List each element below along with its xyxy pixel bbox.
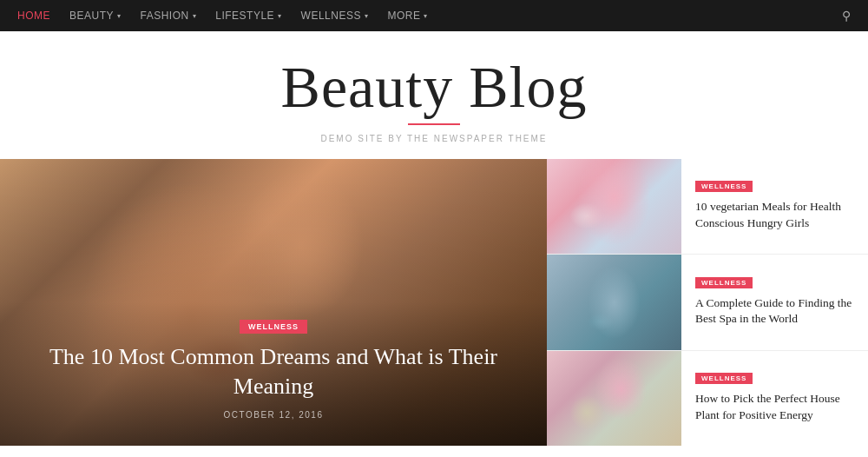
nav-item-wellness[interactable]: WELLNESS ▾ bbox=[301, 10, 369, 22]
sidebar-article-2-title: A Complete Guide to Finding the Best Spa… bbox=[695, 295, 854, 328]
sidebar-article-1-text: WELLNESS 10 vegetarian Meals for Health … bbox=[681, 159, 868, 254]
sidebar-article-1-title: 10 vegetarian Meals for Health Conscious… bbox=[695, 199, 854, 232]
featured-content: WELLNESS The 10 Most Common Dreams and W… bbox=[0, 317, 547, 420]
chevron-down-icon: ▾ bbox=[424, 12, 428, 20]
site-header: Beauty Blog DEMO SITE BY THE NEWSPAPER T… bbox=[0, 31, 868, 159]
featured-title: The 10 Most Common Dreams and What is Th… bbox=[35, 342, 512, 401]
sidebar-article-2-text: WELLNESS A Complete Guide to Finding the… bbox=[681, 255, 868, 349]
sidebar-article-1[interactable]: WELLNESS 10 vegetarian Meals for Health … bbox=[547, 159, 868, 255]
sidebar-article-3-title: How to Pick the Perfect House Plant for … bbox=[695, 391, 854, 424]
sidebar-article-2-image bbox=[547, 255, 681, 349]
nav-links: HOME BEAUTY ▾ FASHION ▾ LIFESTYLE ▾ WELL… bbox=[17, 10, 428, 22]
sidebar-article-1-badge: WELLNESS bbox=[695, 181, 753, 192]
main-grid: WELLNESS The 10 Most Common Dreams and W… bbox=[0, 159, 868, 446]
site-title: Beauty Blog bbox=[17, 57, 851, 116]
nav-item-home[interactable]: HOME bbox=[17, 10, 50, 22]
nav-item-lifestyle[interactable]: LIFESTYLE ▾ bbox=[215, 10, 281, 22]
navbar: HOME BEAUTY ▾ FASHION ▾ LIFESTYLE ▾ WELL… bbox=[0, 0, 868, 31]
featured-category-badge: WELLNESS bbox=[240, 320, 307, 334]
nav-item-more[interactable]: MORE ▾ bbox=[387, 10, 428, 22]
sidebar-article-3-badge: WELLNESS bbox=[695, 373, 753, 384]
sidebar-article-2[interactable]: WELLNESS A Complete Guide to Finding the… bbox=[547, 255, 868, 350]
sidebar-article-2-badge: WELLNESS bbox=[695, 277, 753, 288]
sidebar-article-3-text: WELLNESS How to Pick the Perfect House P… bbox=[681, 351, 868, 446]
sidebar-articles: WELLNESS 10 vegetarian Meals for Health … bbox=[547, 159, 868, 446]
featured-date: OCTOBER 12, 2016 bbox=[35, 410, 512, 420]
sidebar-article-3-image bbox=[547, 351, 681, 446]
sidebar-article-1-image bbox=[547, 159, 681, 254]
chevron-down-icon: ▾ bbox=[278, 12, 282, 20]
chevron-down-icon: ▾ bbox=[117, 12, 122, 20]
sidebar-article-3[interactable]: WELLNESS How to Pick the Perfect House P… bbox=[547, 351, 868, 446]
nav-item-beauty[interactable]: BEAUTY ▾ bbox=[69, 10, 122, 22]
featured-article[interactable]: WELLNESS The 10 Most Common Dreams and W… bbox=[0, 159, 547, 446]
nav-item-fashion[interactable]: FASHION ▾ bbox=[141, 10, 197, 22]
chevron-down-icon: ▾ bbox=[365, 12, 369, 20]
site-tagline: DEMO SITE BY THE NEWSPAPER THEME bbox=[17, 134, 851, 143]
chevron-down-icon: ▾ bbox=[193, 12, 197, 20]
header-divider bbox=[408, 123, 460, 125]
search-icon[interactable]: ⚲ bbox=[842, 9, 851, 23]
